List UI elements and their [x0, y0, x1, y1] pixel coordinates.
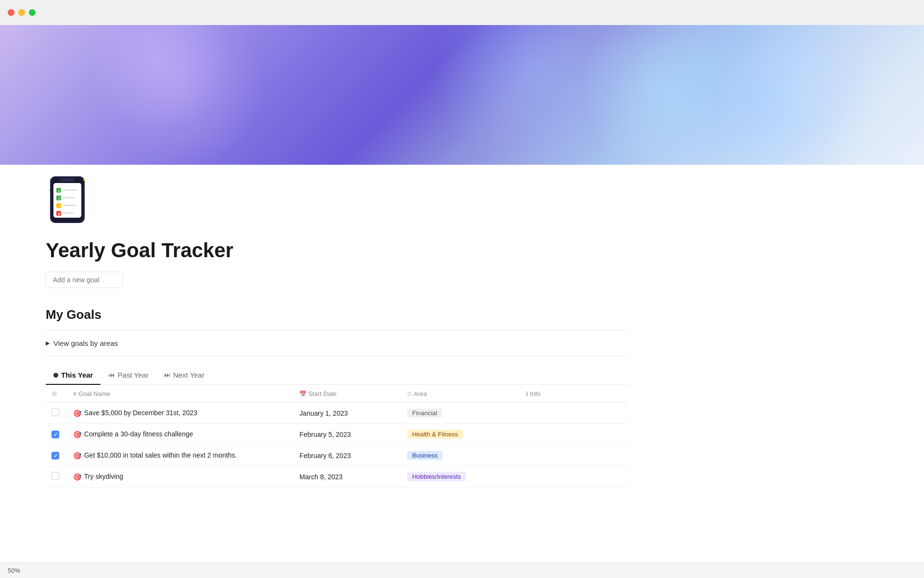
page-content: ✓ ✓ ✓ ✗ ✦ ✦ Yearly Goal Tracker My Goals…: [0, 165, 674, 487]
table-row: 🎯Get $10,000 in total sales within the n…: [46, 445, 628, 466]
bokeh-3: [573, 25, 756, 165]
th-checkbox: ⊕: [46, 385, 67, 403]
close-button[interactable]: [8, 9, 14, 16]
goal-info: [520, 403, 628, 424]
svg-rect-5: [63, 189, 77, 191]
goals-tbody: 🎯Save $5,000 by December 31st, 2023Janua…: [46, 403, 628, 487]
new-goal-input[interactable]: [46, 272, 123, 288]
goal-area: Business: [401, 445, 520, 466]
bokeh-5: [717, 25, 886, 165]
goal-emoji: 🎯: [73, 431, 81, 438]
view-areas-label: View goals by areas: [53, 339, 118, 347]
svg-text:✓: ✓: [58, 205, 61, 208]
area-tag[interactable]: Hobbies/Interests: [407, 472, 465, 481]
goal-area: Financial: [401, 403, 520, 424]
goal-area: Health & Fitness: [401, 424, 520, 445]
my-goals-title: My Goals: [46, 307, 628, 322]
maximize-button[interactable]: [29, 9, 36, 16]
goal-emoji: 🎯: [73, 473, 81, 481]
th-start-date-label: Start Date: [308, 390, 337, 397]
goal-start-date: February 6, 2023: [294, 445, 401, 466]
tab-this-year[interactable]: This Year: [46, 366, 101, 385]
area-tag[interactable]: Business: [407, 451, 442, 460]
goal-emoji: 🎯: [73, 409, 81, 417]
svg-rect-14: [63, 212, 74, 214]
goal-start-date: January 1, 2023: [294, 403, 401, 424]
tab-past-year-label: Past Year: [117, 371, 148, 379]
svg-text:✦: ✦: [48, 188, 51, 192]
goal-emoji: 🎯: [73, 452, 81, 460]
next-year-icon: ⏭: [164, 371, 170, 379]
goal-name-icon: ≡: [73, 390, 78, 397]
divider-2: [46, 356, 628, 356]
svg-text:✗: ✗: [58, 212, 61, 216]
th-goal-name-label: Goal Name: [78, 390, 110, 397]
goal-name-text[interactable]: Save $5,000 by December 31st, 2023: [84, 409, 197, 417]
svg-text:✓: ✓: [58, 189, 61, 193]
page-icon: ✓ ✓ ✓ ✗ ✦ ✦: [46, 174, 89, 231]
page-title: Yearly Goal Tracker: [46, 239, 628, 262]
bokeh-4: [717, 35, 852, 165]
row-checkbox-2[interactable]: [51, 431, 59, 438]
svg-rect-8: [63, 197, 75, 198]
goal-name-text[interactable]: Complete a 30-day fitness challenge: [84, 430, 193, 438]
goal-info: [520, 424, 628, 445]
divider-1: [46, 330, 628, 330]
zoom-label: 50%: [8, 567, 20, 574]
table-row: 🎯Save $5,000 by December 31st, 2023Janua…: [46, 403, 628, 424]
goal-info: [520, 466, 628, 487]
statusbar: 50%: [0, 563, 924, 578]
goal-start-date: February 5, 2023: [294, 424, 401, 445]
goals-table: ⊕ ≡ Goal Name 📅 Start Date ⊙ Area ℹ Info: [46, 385, 628, 487]
minimize-button[interactable]: [18, 9, 25, 16]
row-checkbox-4[interactable]: [51, 472, 59, 480]
th-area[interactable]: ⊙ Area: [401, 385, 520, 403]
th-start-date[interactable]: 📅 Start Date: [294, 385, 401, 403]
svg-text:✦: ✦: [82, 177, 86, 183]
th-goal-name[interactable]: ≡ Goal Name: [67, 385, 294, 403]
area-tag[interactable]: Health & Fitness: [407, 430, 462, 439]
titlebar: [0, 0, 924, 25]
this-year-dot-icon: [53, 373, 58, 378]
svg-text:✓: ✓: [58, 197, 61, 200]
th-info[interactable]: ℹ Info: [520, 385, 628, 403]
table-header-row: ⊕ ≡ Goal Name 📅 Start Date ⊙ Area ℹ Info: [46, 385, 628, 403]
info-icon: ℹ: [526, 391, 530, 397]
svg-rect-2: [60, 178, 75, 182]
table-row: 🎯Complete a 30-day fitness challengeFebr…: [46, 424, 628, 445]
goal-start-date: March 8, 2023: [294, 466, 401, 487]
tab-next-year-label: Next Year: [173, 371, 205, 379]
tab-past-year[interactable]: ⏮ Past Year: [101, 366, 156, 385]
area-tag[interactable]: Financial: [407, 408, 442, 418]
tab-next-year[interactable]: ⏭ Next Year: [156, 366, 212, 385]
tab-this-year-label: This Year: [61, 371, 93, 379]
calendar-icon: 📅: [299, 391, 308, 397]
view-areas-toggle[interactable]: ▶ View goals by areas: [46, 334, 628, 352]
table-row: 🎯Try skydivingMarch 8, 2023Hobbies/Inter…: [46, 466, 628, 487]
page-banner: [0, 25, 924, 165]
row-checkbox-1[interactable]: [51, 408, 59, 416]
bokeh-1: [87, 25, 231, 131]
goal-name-text[interactable]: Get $10,000 in total sales within the ne…: [84, 451, 237, 459]
goal-name-text[interactable]: Try skydiving: [84, 473, 123, 480]
th-area-label: Area: [414, 390, 427, 397]
goal-info: [520, 445, 628, 466]
row-checkbox-3[interactable]: [51, 452, 59, 460]
sort-icon: ⊕: [51, 390, 57, 397]
th-info-label: Info: [530, 390, 540, 397]
area-icon: ⊙: [407, 391, 413, 397]
past-year-icon: ⏮: [108, 371, 115, 379]
tabs-row: This Year ⏮ Past Year ⏭ Next Year: [46, 366, 628, 385]
svg-rect-11: [63, 205, 77, 206]
triangle-icon: ▶: [46, 340, 50, 346]
goal-area: Hobbies/Interests: [401, 466, 520, 487]
